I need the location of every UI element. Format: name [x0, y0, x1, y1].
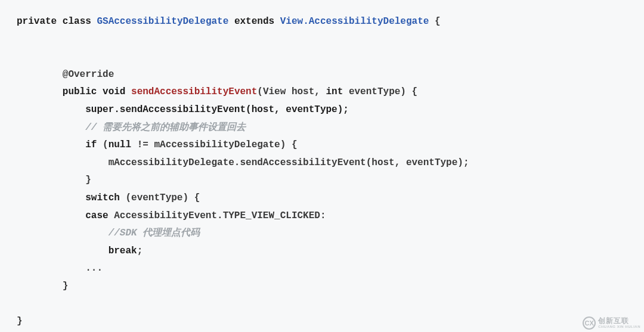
code-line: private class GSAccessibilityDelegate ex… [17, 16, 441, 27]
keyword-break: break [109, 246, 137, 256]
keyword-if: if [85, 139, 97, 150]
code-line: case AccessibilityEvent.TYPE_VIEW_CLICKE… [17, 210, 326, 221]
method-name: sendAccessibilityEvent [131, 86, 257, 97]
watermark-text: 创新互联 [598, 317, 640, 325]
code-line: } [17, 175, 91, 185]
keyword-class: class [63, 16, 91, 27]
brace-close-outer: } [17, 316, 23, 327]
brace-close: } [63, 281, 69, 291]
code-line: ... [17, 263, 103, 274]
code-line: super.sendAccessibilityEvent(host, event… [17, 104, 349, 115]
code-line: public void sendAccessibilityEvent(View … [17, 86, 417, 97]
watermark-logo-icon: CX [583, 317, 596, 330]
comment-line: // 需要先将之前的辅助事件设置回去 [85, 122, 246, 133]
code-line: //SDK 代理埋点代码 [17, 228, 200, 238]
keyword-int: int [326, 86, 343, 97]
brace-close: } [85, 175, 91, 185]
delegate-call: mAccessibilityDelegate.sendAccessibility… [109, 157, 469, 168]
case-value: AccessibilityEvent.TYPE_VIEW_CLICKED: [109, 210, 326, 221]
code-line: break; [17, 246, 143, 256]
super-call: super.sendAccessibilityEvent(host, event… [85, 104, 349, 115]
code-line: mAccessibilityDelegate.sendAccessibility… [17, 157, 469, 168]
watermark: CX 创新互联 CHUANG XIN HULIAN [583, 317, 640, 330]
code-line: if (null != mAccessibilityDelegate) { [17, 139, 297, 150]
keyword-private: private [17, 16, 57, 27]
super-class-name: View.AccessibilityDelegate [280, 16, 429, 27]
keyword-null: null [109, 139, 131, 150]
watermark-subtext: CHUANG XIN HULIAN [598, 325, 640, 329]
keyword-void: void [103, 86, 125, 97]
code-line: switch (eventType) { [17, 193, 200, 203]
ellipsis: ... [85, 263, 103, 274]
keyword-case: case [85, 210, 108, 221]
code-line: @Override [17, 69, 114, 80]
annotation-override: @Override [63, 69, 114, 80]
code-line: } [17, 316, 23, 327]
code-line: // 需要先将之前的辅助事件设置回去 [17, 122, 246, 133]
code-line: } [17, 281, 68, 291]
keyword-extends: extends [234, 16, 274, 27]
code-block: private class GSAccessibilityDelegate ex… [17, 13, 627, 331]
params-close: eventType) { [343, 86, 417, 97]
class-name: GSAccessibilityDelegate [97, 16, 228, 27]
comment-sdk: //SDK 代理埋点代码 [109, 228, 200, 238]
brace-open: { [429, 16, 440, 27]
keyword-switch: switch [85, 193, 120, 203]
keyword-public: public [63, 86, 97, 97]
params-open: (View host, [257, 86, 326, 97]
